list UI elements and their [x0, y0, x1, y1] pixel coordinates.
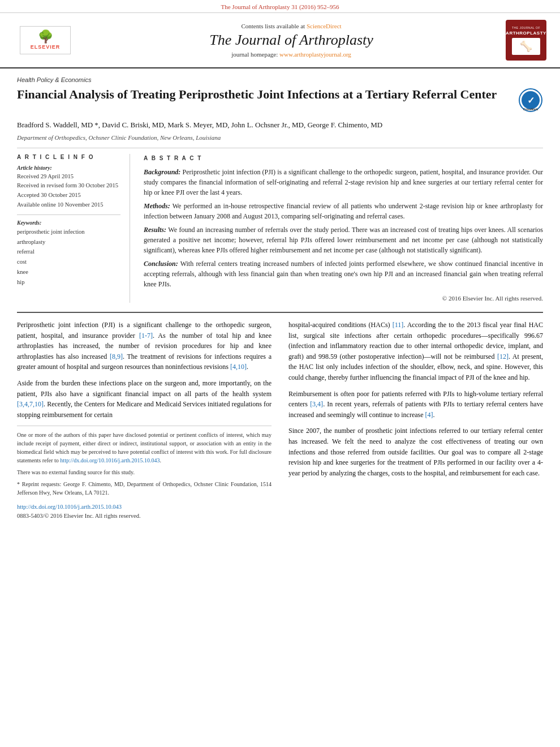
ref-3-4b[interactable]: [3,4]: [310, 400, 323, 408]
badge-image-area: 🦴: [512, 38, 540, 55]
article-body: Health Policy & Economics Financial Anal…: [0, 68, 560, 521]
body-col-left: Periprosthetic joint infection (PJI) is …: [17, 320, 272, 521]
keyword-4: cost: [17, 257, 120, 267]
contents-text: Contents lists available at: [241, 23, 305, 29]
elsevier-label: ELSEVIER: [31, 44, 61, 50]
abstract-results: Results: We found an increasing number o…: [144, 225, 543, 255]
article-dates: Received 29 April 2015 Received in revis…: [17, 172, 120, 215]
ref-1-7[interactable]: [1-7]: [139, 332, 153, 340]
ref-11[interactable]: [11]: [393, 321, 404, 329]
abstract-copyright: © 2016 Elsevier Inc. All rights reserved…: [144, 294, 543, 303]
available-date: Available online 10 November 2015: [17, 200, 120, 210]
abstract-col: A B S T R A C T Background: Periprosthet…: [144, 154, 543, 303]
crossmark-icon: ✓ CrossMark: [518, 88, 543, 113]
keyword-3: referral: [17, 247, 120, 257]
ref-4b[interactable]: [4]: [425, 411, 433, 419]
section-tag: Health Policy & Economics: [17, 76, 543, 83]
badge-image-icon: 🦴: [520, 40, 532, 53]
doi-link-1[interactable]: http://dx.doi.org/10.1016/j.arth.2015.10…: [17, 504, 122, 510]
abstract-header: A B S T R A C T: [144, 154, 543, 162]
affiliation: Department of Orthopedics, Ochsner Clini…: [17, 134, 543, 141]
abstract-methods-text: We performed an in-house retrospective f…: [144, 202, 543, 220]
doi-line-2: 0883-5403/© 2016 Elsevier Inc. All right…: [17, 512, 272, 521]
doi-line-1: http://dx.doi.org/10.1016/j.arth.2015.10…: [17, 503, 272, 512]
journal-header: 🌳 ELSEVIER Contents lists available at S…: [0, 13, 560, 68]
publisher-logo-area: 🌳 ELSEVIER: [11, 26, 79, 54]
ref-3-4-7-10[interactable]: [3,4,7,10]: [17, 400, 44, 408]
journal-title: The Journal of Arthroplasty: [85, 32, 498, 49]
abstract-background-text: Periprosthetic joint infection (PJI) is …: [144, 168, 543, 196]
svg-text:✓: ✓: [527, 96, 535, 105]
journal-right-logo: THE JOURNAL OF ARTHROPLASTY 🦴: [503, 20, 549, 61]
keyword-1: periprosthetic joint infection: [17, 227, 120, 237]
footnote-2: There was no external funding source for…: [17, 468, 272, 476]
keyword-6: hip: [17, 277, 120, 287]
abstract-background: Background: Periprosthetic joint infecti…: [144, 167, 543, 198]
ref-8-9[interactable]: [8,9]: [110, 353, 123, 360]
footnote-3: * Reprint requests: George F. Chimento, …: [17, 480, 272, 497]
footnote-doi-link[interactable]: http://dx.doi.org/10.1016/j.arth.2015.10…: [60, 457, 160, 463]
bottom-dois: http://dx.doi.org/10.1016/j.arth.2015.10…: [17, 503, 272, 521]
abstract-conclusion: Conclusion: With referral centers treati…: [144, 259, 543, 289]
svg-text:CrossMark: CrossMark: [523, 108, 538, 111]
abstract-background-label: Background:: [144, 168, 180, 176]
body-para-2: Aside from the burden these infections p…: [17, 378, 272, 420]
ref-12[interactable]: [12]: [497, 353, 509, 360]
abstract-results-label: Results:: [144, 226, 166, 234]
authors: Bradford S. Waddell, MD *, David C. Bris…: [17, 119, 543, 131]
article-info-col: A R T I C L E I N F O Article history: R…: [17, 154, 130, 303]
science-direct-line: Contents lists available at ScienceDirec…: [85, 23, 498, 29]
journal-homepage-line: journal homepage: www.arthroplastyjourna…: [85, 51, 498, 58]
keyword-2: arthroplasty: [17, 237, 120, 247]
history-label: Article history:: [17, 165, 120, 171]
abstract-conclusion-label: Conclusion:: [144, 260, 178, 268]
keywords-label: Keywords:: [17, 220, 120, 226]
footnote-1: One or more of the authors of this paper…: [17, 431, 272, 465]
abstract-conclusion-text: With referral centers treating increased…: [144, 260, 543, 288]
keywords-list: periprosthetic joint infection arthropla…: [17, 227, 120, 287]
body-para-4: Reimbursement is often poor for patients…: [288, 389, 543, 420]
divider-2: [17, 312, 543, 313]
article-title: Financial Analysis of Treating Periprost…: [17, 87, 512, 103]
accepted-date: Accepted 30 October 2015: [17, 191, 120, 200]
divider-1: [17, 148, 543, 148]
journal-center: Contents lists available at ScienceDirec…: [85, 23, 498, 58]
abstract-methods-label: Methods:: [144, 202, 170, 210]
abstract-methods: Methods: We performed an in-house retros…: [144, 201, 543, 221]
body-para-1: Periprosthetic joint infection (PJI) is …: [17, 320, 272, 372]
badge-title-top: THE JOURNAL OF: [512, 26, 540, 29]
footnotes-area: One or more of the authors of this paper…: [17, 426, 272, 521]
received-date: Received 29 April 2015: [17, 172, 120, 182]
body-col-right: hospital-acquired conditions (HACs) [11]…: [288, 320, 543, 521]
received-revised-date: Received in revised form 30 October 2015: [17, 181, 120, 191]
ref-4-10[interactable]: [4,10]: [230, 363, 247, 371]
body-para-3: hospital-acquired conditions (HACs) [11]…: [288, 320, 543, 383]
homepage-url[interactable]: www.arthroplastyjournal.org: [279, 51, 351, 58]
journal-citation-text: The Journal of Arthroplasty 31 (2016) 95…: [221, 3, 339, 10]
article-info-header: A R T I C L E I N F O: [17, 154, 120, 160]
journal-citation-bar: The Journal of Arthroplasty 31 (2016) 95…: [0, 0, 560, 13]
keyword-5: knee: [17, 267, 120, 277]
info-abstract-section: A R T I C L E I N F O Article history: R…: [17, 154, 543, 303]
abstract-results-text: We found an increasing number of referra…: [144, 226, 543, 254]
science-direct-link[interactable]: ScienceDirect: [307, 23, 342, 29]
elsevier-logo: 🌳 ELSEVIER: [20, 26, 71, 54]
body-para-5: Since 2007, the number of prosthetic joi…: [288, 426, 543, 478]
article-title-block: Financial Analysis of Treating Periprost…: [17, 87, 543, 113]
journal-badge: THE JOURNAL OF ARTHROPLASTY 🦴: [506, 20, 546, 61]
body-text-section: Periprosthetic joint infection (PJI) is …: [17, 320, 543, 521]
homepage-label: journal homepage:: [231, 51, 278, 58]
badge-title-main: ARTHROPLASTY: [506, 31, 546, 36]
elsevier-tree-icon: 🌳: [38, 31, 53, 43]
